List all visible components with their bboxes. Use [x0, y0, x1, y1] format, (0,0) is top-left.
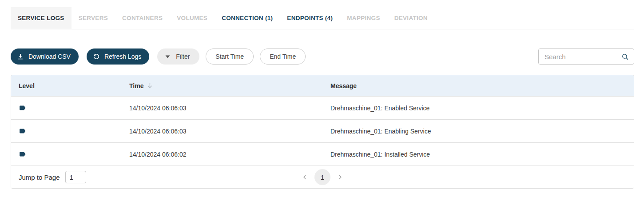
end-time-label: End Time [270, 53, 296, 60]
download-csv-button[interactable]: Download CSV [11, 48, 79, 65]
message-cell: Drehmaschine_01: Enabling Service [330, 128, 634, 135]
tab-servers[interactable]: SERVERS [72, 7, 115, 29]
level-cell [19, 150, 129, 158]
message-header-label: Message [330, 82, 357, 89]
table-header-row: Level Time Message [11, 75, 634, 96]
label-icon [19, 104, 26, 112]
refresh-logs-button[interactable]: Refresh Logs [87, 48, 149, 65]
column-header-message[interactable]: Message [330, 82, 634, 89]
column-header-time[interactable]: Time [129, 82, 330, 89]
jump-to-page-label: Jump to Page [19, 174, 60, 181]
tab-containers[interactable]: CONTAINERS [115, 7, 170, 29]
level-header-label: Level [19, 82, 35, 89]
table-row[interactable]: 14/10/2024 06:06:03 Drehmaschine_01: Ena… [11, 96, 634, 119]
download-icon [16, 53, 24, 61]
table-footer: Jump to Page 1 [11, 166, 634, 188]
start-time-button[interactable]: Start Time [206, 48, 254, 65]
tab-volumes[interactable]: VOLUMES [170, 7, 215, 29]
table-row[interactable]: 14/10/2024 06:06:03 Drehmaschine_01: Ena… [11, 119, 634, 142]
level-cell [19, 104, 129, 112]
tab-deviation[interactable]: DEVIATION [387, 7, 435, 29]
tab-mappings[interactable]: MAPPINGS [340, 7, 387, 29]
level-cell [19, 127, 129, 135]
time-cell: 14/10/2024 06:06:03 [129, 105, 330, 112]
previous-page-button[interactable] [299, 172, 310, 182]
label-icon [19, 127, 26, 135]
download-csv-label: Download CSV [28, 53, 71, 60]
label-icon [19, 150, 26, 158]
tab-connection[interactable]: CONNECTION (1) [215, 7, 280, 29]
search-icon[interactable] [621, 53, 629, 61]
tab-bar: SERVICE LOGS SERVERS CONTAINERS VOLUMES … [11, 7, 634, 29]
next-page-button[interactable] [335, 172, 346, 182]
page-number-button[interactable]: 1 [314, 169, 330, 185]
sort-descending-icon[interactable] [147, 82, 153, 89]
column-header-level[interactable]: Level [19, 82, 129, 89]
time-cell: 14/10/2024 06:06:03 [129, 128, 330, 135]
toolbar: Download CSV Refresh Logs Filter Start T… [11, 48, 634, 65]
service-logs-table: Level Time Message 14/10/2024 06:06:03 D… [11, 75, 634, 189]
message-cell: Drehmaschine_01: Enabled Service [330, 105, 634, 112]
chevron-down-icon [165, 55, 170, 58]
tab-service-logs[interactable]: SERVICE LOGS [11, 7, 72, 29]
filter-label: Filter [176, 53, 190, 60]
tab-endpoints[interactable]: ENDPOINTS (4) [280, 7, 340, 29]
time-header-label: Time [129, 82, 143, 89]
jump-to-page-input[interactable] [65, 171, 86, 183]
search-box [538, 48, 634, 65]
search-input[interactable] [539, 53, 621, 61]
pagination: 1 [299, 169, 346, 185]
time-cell: 14/10/2024 06:06:02 [129, 151, 330, 158]
message-cell: Drehmaschine_01: Installed Service [330, 151, 634, 158]
refresh-logs-label: Refresh Logs [104, 53, 141, 60]
filter-button[interactable]: Filter [157, 48, 199, 65]
refresh-icon [92, 53, 100, 61]
table-row[interactable]: 14/10/2024 06:06:02 Drehmaschine_01: Ins… [11, 142, 634, 166]
start-time-label: Start Time [215, 53, 244, 60]
end-time-button[interactable]: End Time [260, 48, 306, 65]
